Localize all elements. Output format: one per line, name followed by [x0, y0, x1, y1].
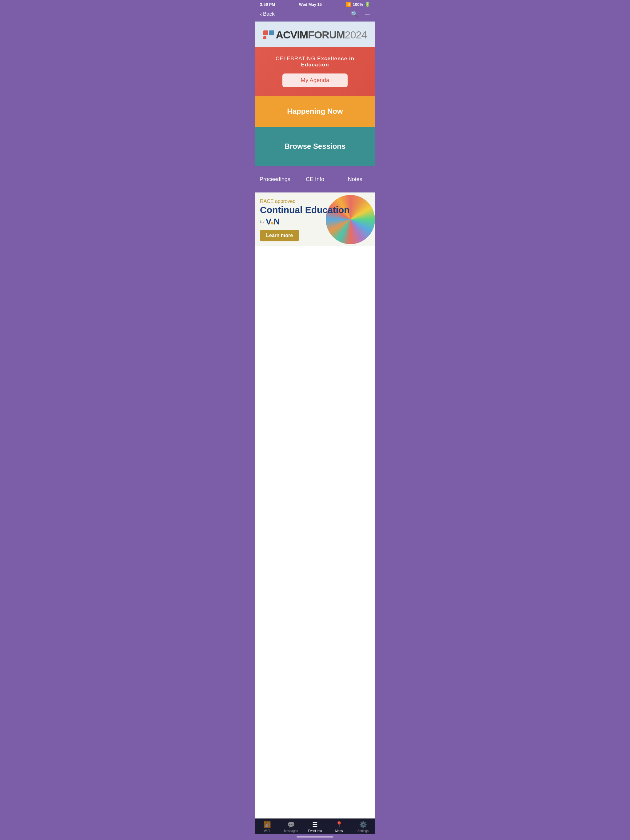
- logo-forum: FORUM: [308, 29, 345, 41]
- wifi-status-icon: 📶: [346, 2, 351, 7]
- logo-section: ACVIMFORUM2024: [255, 22, 375, 47]
- search-icon[interactable]: 🔍: [351, 11, 358, 18]
- notes-label: Notes: [348, 176, 362, 182]
- logo-square-blue: [269, 30, 274, 35]
- proceedings-button[interactable]: Proceedings: [255, 166, 295, 193]
- three-column-section: Proceedings CE Info Notes: [255, 166, 375, 193]
- logo-square-red: [263, 30, 268, 35]
- browse-sessions-banner[interactable]: Browse Sessions: [255, 127, 375, 166]
- wifi-tab-icon: 📶: [263, 821, 271, 828]
- home-indicator: [255, 834, 375, 840]
- logo-square-small-red: [263, 36, 266, 39]
- status-right: 📶 100% 🔋: [346, 2, 370, 7]
- tab-item-maps[interactable]: 📍 Maps: [327, 821, 351, 833]
- home-bar: [296, 836, 334, 838]
- logo-container: ACVIMFORUM2024: [263, 29, 367, 41]
- battery-level: 100%: [353, 2, 363, 7]
- settings-tab-icon: ⚙️: [359, 821, 367, 828]
- back-button[interactable]: ‹ Back: [260, 11, 275, 17]
- ad-title: Continual Education: [260, 205, 370, 215]
- ad-by-text: by: [260, 219, 264, 224]
- nav-right-icons: 🔍 ☰: [351, 11, 370, 18]
- my-agenda-button[interactable]: My Agenda: [282, 74, 348, 87]
- ce-info-button[interactable]: CE Info: [295, 166, 335, 193]
- maps-tab-label: Maps: [335, 829, 343, 833]
- tab-item-settings[interactable]: ⚙️ Settings: [351, 821, 375, 833]
- ad-vin-logo: by VN: [260, 217, 370, 227]
- red-banner: CELEBRATING Excellence in Education My A…: [255, 47, 375, 96]
- tab-bar: 📶 WiFi 💬 Messages ☰ Event Info 📍 Maps ⚙️…: [255, 818, 375, 834]
- messages-tab-icon: 💬: [287, 821, 295, 828]
- maps-tab-icon: 📍: [335, 821, 343, 828]
- proceedings-label: Proceedings: [260, 176, 290, 182]
- logo-text: ACVIMFORUM2024: [276, 29, 367, 41]
- logo-acvim: ACVIM: [276, 29, 308, 41]
- ad-race-text: RACE approved: [260, 199, 370, 204]
- menu-icon[interactable]: ☰: [364, 11, 370, 18]
- back-label: Back: [263, 11, 275, 17]
- status-time: 3:56 PM: [260, 2, 275, 7]
- happening-now-text: Happening Now: [287, 107, 343, 115]
- battery-icon: 🔋: [365, 2, 370, 7]
- wifi-tab-label: WiFi: [264, 829, 270, 833]
- vin-dot: [271, 222, 274, 224]
- ad-banner: RACE approved Continual Education by VN …: [255, 193, 375, 246]
- tab-item-event-info[interactable]: ☰ Event Info: [303, 821, 327, 833]
- tab-item-wifi[interactable]: 📶 WiFi: [255, 821, 279, 833]
- tab-item-messages[interactable]: 💬 Messages: [279, 821, 303, 833]
- messages-tab-label: Messages: [284, 829, 298, 833]
- back-chevron-icon: ‹: [260, 11, 262, 17]
- happening-now-banner[interactable]: Happening Now: [255, 96, 375, 127]
- notes-button[interactable]: Notes: [335, 166, 375, 193]
- celebrating-text: CELEBRATING Excellence in Education: [261, 56, 369, 68]
- browse-sessions-text: Browse Sessions: [285, 142, 346, 150]
- event-info-tab-label: Event Info: [308, 829, 322, 833]
- logo-year: 2024: [345, 29, 367, 41]
- nav-bar: ‹ Back 🔍 ☰: [255, 8, 375, 22]
- settings-tab-label: Settings: [358, 829, 369, 833]
- vin-logo-text: VN: [266, 217, 280, 227]
- celebrating-prefix: CELEBRATING: [275, 56, 317, 62]
- main-content: ACVIMFORUM2024 CELEBRATING Excellence in…: [255, 22, 375, 818]
- ce-info-label: CE Info: [306, 176, 324, 182]
- logo-icon: [263, 30, 274, 39]
- learn-more-button[interactable]: Learn more: [260, 230, 299, 242]
- event-info-tab-icon: ☰: [312, 821, 318, 828]
- status-date: Wed May 15: [299, 2, 322, 7]
- status-bar: 3:56 PM Wed May 15 📶 100% 🔋: [255, 0, 375, 8]
